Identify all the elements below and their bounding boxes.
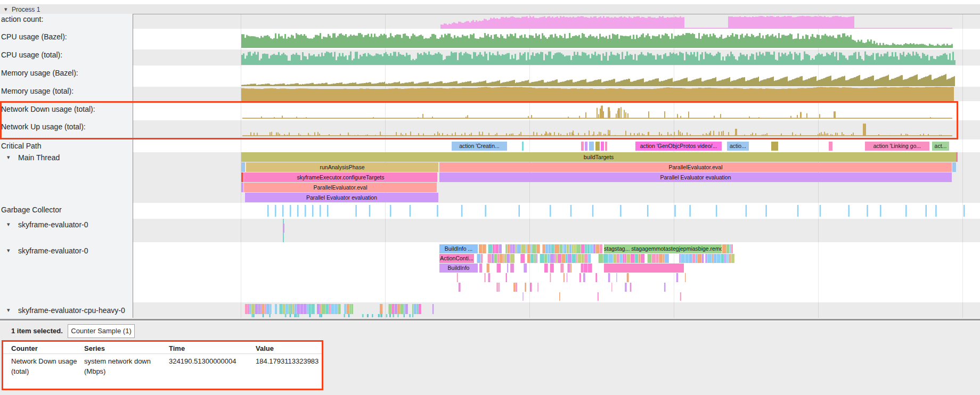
splitter-handle[interactable] [0, 319, 980, 320]
main-thread-slice[interactable] [956, 152, 958, 162]
collapse-triangle-icon[interactable]: ▾ [4, 6, 7, 13]
critical-path-slice[interactable] [581, 142, 584, 151]
trace-viewer-window: ▾ Process 1 action 'Creatin...action 'Ge… [0, 0, 980, 395]
sidebar-item-action-count[interactable]: action count: [1, 15, 43, 23]
critical-path-slice[interactable] [522, 142, 524, 151]
evaluator-slice[interactable]: ActionConti... [439, 254, 474, 263]
main-thread-slice[interactable] [952, 162, 956, 172]
critical-path-slice[interactable] [595, 142, 600, 151]
collapse-triangle-icon[interactable]: ▾ [7, 154, 10, 161]
selection-status: 1 item selected. [11, 327, 63, 335]
sidebar-item-memory-usage-bazel[interactable]: Memory usage (Bazel): [1, 69, 78, 77]
main-thread-slice[interactable]: skyframeExecutor.configureTargets [244, 172, 437, 182]
sidebar-item-cpu-usage-total[interactable]: CPU usage (total): [1, 51, 62, 59]
main-thread-slice[interactable] [241, 172, 243, 182]
main-thread-slice[interactable]: ParallelEvaluator.eval [244, 183, 437, 192]
critical-path-slice[interactable]: action 'Linking go... [865, 142, 929, 151]
main-thread-slice[interactable]: Parallel Evaluator evaluation [245, 193, 438, 202]
collapse-triangle-icon[interactable]: ▾ [7, 221, 10, 228]
critical-path-slice[interactable] [605, 142, 607, 151]
main-thread-slice[interactable] [241, 162, 245, 172]
track-name-sidebar [0, 14, 133, 318]
collapse-triangle-icon[interactable]: ▾ [7, 247, 10, 254]
evaluator-slice[interactable] [604, 264, 684, 273]
tab-counter-sample[interactable]: Counter Sample (1) [68, 324, 135, 338]
main-thread-slice[interactable]: buildTargets [241, 152, 956, 162]
red-highlight-box-1 [0, 101, 958, 139]
process-group-header[interactable]: ▾ Process 1 [0, 4, 980, 14]
main-thread-slice[interactable]: ParallelEvaluator.eval [439, 162, 952, 172]
evaluator-slice[interactable]: stagstag... stagagemmotastegjepmiasbige.… [604, 244, 722, 253]
sidebar-item-main-thread[interactable]: Main Thread [18, 153, 60, 162]
sidebar-item-cpu-usage-bazel[interactable]: CPU usage (Bazel): [1, 32, 67, 41]
sidebar-item-skyframe-evaluator-0[interactable]: skyframe-evaluator-0 [18, 246, 88, 255]
evaluator-slice[interactable]: BuildInfo ... [439, 244, 478, 253]
critical-path-slice[interactable] [589, 142, 594, 151]
sidebar-item-skyframe-evaluator-0[interactable]: skyframe-evaluator-0 [18, 220, 88, 229]
critical-path-slice[interactable]: action 'GenObjcProtos video/... [635, 142, 722, 151]
critical-path-slice[interactable] [829, 142, 832, 151]
critical-path-slice[interactable] [585, 142, 587, 151]
evaluator-slice[interactable]: BuildInfo [439, 264, 478, 273]
sidebar-item-critical-path[interactable]: Critical Path [1, 142, 41, 150]
sidebar-item-skyframe-evaluator-cpu-heavy-0[interactable]: skyframe-evaluator-cpu-heavy-0 [18, 306, 125, 315]
sidebar-item-garbage-collector[interactable]: Garbage Collector [1, 205, 62, 214]
critical-path-slice[interactable]: actio... [727, 142, 749, 151]
sidebar-item-memory-usage-total[interactable]: Memory usage (total): [1, 87, 74, 95]
main-thread-slice[interactable] [241, 183, 243, 192]
main-thread-slice[interactable]: Parallel Evaluator evaluation [439, 172, 952, 182]
critical-path-slice[interactable]: act... [932, 142, 949, 151]
critical-path-slice[interactable] [771, 142, 778, 151]
main-thread-slice[interactable]: runAnalysisPhase [246, 162, 438, 172]
red-highlight-box-2 [2, 340, 323, 390]
critical-path-slice[interactable] [601, 142, 604, 151]
panel-splitter[interactable] [0, 318, 980, 322]
collapse-triangle-icon[interactable]: ▾ [7, 307, 10, 314]
timeline-ruler[interactable] [0, 0, 980, 4]
process-title: Process 1 [12, 6, 40, 13]
critical-path-slice[interactable]: action 'Creatin... [452, 142, 507, 151]
